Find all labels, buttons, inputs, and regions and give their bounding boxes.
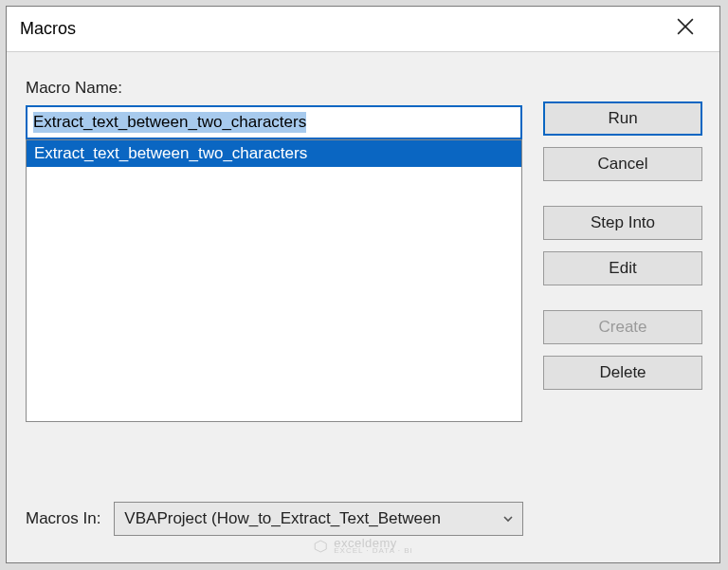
run-button[interactable]: Run	[543, 101, 702, 136]
watermark-sub: EXCEL · DATA · BI	[334, 547, 413, 555]
dialog-title: Macros	[20, 19, 663, 39]
svg-marker-2	[315, 541, 326, 552]
macro-name-value: Extract_text_between_two_characters	[33, 112, 306, 133]
cancel-button[interactable]: Cancel	[543, 147, 702, 181]
macro-name-input[interactable]: Extract_text_between_two_characters	[26, 105, 522, 139]
left-pane: Macro Name: Extract_text_between_two_cha…	[26, 79, 522, 422]
macros-in-value: VBAProject (How_to_Extract_Text_Between	[124, 509, 501, 528]
macros-dialog: Macros Macro Name: Extract_text_between_…	[6, 6, 720, 563]
delete-button[interactable]: Delete	[543, 356, 702, 390]
macro-list[interactable]: Extract_text_between_two_characters	[26, 139, 522, 422]
close-button[interactable]	[663, 7, 708, 52]
titlebar: Macros	[7, 7, 719, 52]
button-column: Run Cancel Step Into Edit Create Delete	[543, 79, 702, 422]
watermark-brand: exceldemy	[334, 536, 397, 550]
create-button: Create	[543, 310, 702, 344]
macros-in-label: Macros In:	[26, 509, 100, 528]
chevron-down-icon	[501, 512, 515, 525]
list-item[interactable]: Extract_text_between_two_characters	[27, 140, 521, 167]
step-into-button[interactable]: Step Into	[543, 206, 702, 240]
dialog-body: Macro Name: Extract_text_between_two_cha…	[7, 52, 719, 422]
edit-button[interactable]: Edit	[543, 251, 702, 285]
footer: Macros In: VBAProject (How_to_Extract_Te…	[26, 502, 523, 536]
macro-name-label: Macro Name:	[26, 79, 522, 98]
close-icon	[677, 18, 694, 40]
watermark: exceldemy EXCEL · DATA · BI	[313, 537, 413, 555]
macros-in-select[interactable]: VBAProject (How_to_Extract_Text_Between	[114, 502, 523, 536]
logo-icon	[313, 539, 328, 554]
